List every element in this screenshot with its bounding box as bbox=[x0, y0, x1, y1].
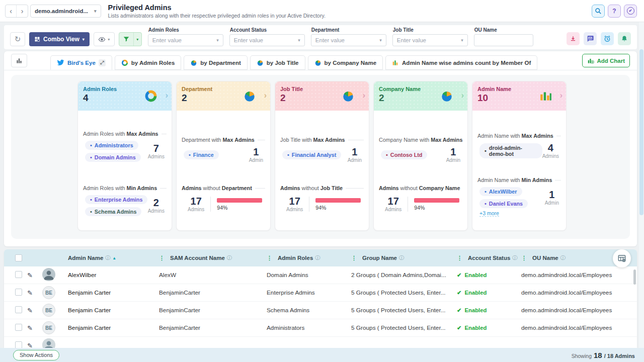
chevron-right-icon[interactable]: › bbox=[363, 91, 365, 100]
feedback-button[interactable] bbox=[584, 32, 597, 45]
history-nav[interactable]: ‹ › bbox=[5, 5, 28, 18]
select-all-checkbox[interactable] bbox=[15, 254, 22, 261]
cell-admin-name: Benjamin Carter bbox=[63, 324, 159, 331]
search-button[interactable] bbox=[592, 5, 605, 18]
table-row[interactable]: ✎ BE Benjamin Carter BenjaminCarter Sche… bbox=[4, 302, 637, 319]
column-header-group-name[interactable]: ⋮ Group Nameⓘ bbox=[351, 254, 457, 261]
edit-icon[interactable]: ✎ bbox=[27, 272, 42, 279]
schedule-button[interactable] bbox=[601, 32, 614, 45]
record-count: Showing 18 / 18 Admins bbox=[572, 351, 635, 359]
entity-pill[interactable]: •Finance bbox=[184, 150, 219, 159]
entity-pill[interactable]: •droid-admin-demo-bot bbox=[479, 143, 542, 158]
edit-icon[interactable]: ✎ bbox=[27, 289, 42, 297]
column-header-admin-name[interactable]: Admin Nameⓘ▲ bbox=[63, 254, 159, 261]
admin-roles-select[interactable]: Enter value ▾ bbox=[148, 34, 223, 46]
chevron-down-icon: ▾ bbox=[108, 37, 110, 42]
percent-label: 94% bbox=[217, 205, 262, 211]
filter-split-button[interactable]: ▾ bbox=[119, 32, 142, 46]
tab-birds-eye[interactable]: Bird's Eye ⤢ bbox=[50, 55, 112, 70]
check-icon: ✔ bbox=[457, 325, 461, 331]
row-checkbox[interactable] bbox=[15, 289, 22, 296]
summary-card-company-name: Company Name 2 › Company Name with Max A… bbox=[373, 81, 468, 231]
tab-member-of-count[interactable]: Admin Name wise admins count by Member O… bbox=[385, 55, 537, 70]
entity-pill[interactable]: •Financial Analyst bbox=[282, 150, 341, 159]
add-chart-button[interactable]: Add Chart bbox=[582, 54, 630, 67]
tab-by-department[interactable]: by Department bbox=[184, 55, 248, 70]
column-drag-dots-icon[interactable]: ⋮ bbox=[159, 255, 165, 261]
entity-pill[interactable]: •Enterprise Admins bbox=[85, 195, 147, 204]
entity-pill[interactable]: •Daniel Evans bbox=[479, 199, 528, 208]
entity-pill[interactable]: •AlexWilber bbox=[479, 187, 522, 196]
column-drag-dots-icon[interactable]: ⋮ bbox=[267, 255, 272, 261]
filter-label: Job Title bbox=[392, 27, 468, 33]
bird-icon bbox=[57, 59, 64, 66]
cell-groups: 2 Groups ( Domain Admins,Domai... bbox=[351, 272, 457, 279]
page-scrollbar[interactable] bbox=[639, 22, 644, 362]
more-link[interactable]: +3 more bbox=[479, 210, 499, 217]
entity-pill[interactable]: •Contoso Ltd bbox=[381, 150, 427, 159]
export-button[interactable] bbox=[567, 32, 580, 45]
forward-icon[interactable]: › bbox=[17, 5, 28, 17]
edit-icon[interactable]: ✎ bbox=[27, 324, 42, 332]
card-section-min: Admin Name with Min Admins •AlexWilber •… bbox=[472, 177, 566, 217]
bar-chart-icon bbox=[16, 57, 23, 64]
refresh-button[interactable]: ↻ bbox=[10, 32, 25, 46]
chart-list-button[interactable] bbox=[11, 54, 27, 67]
avatar: BE bbox=[42, 286, 55, 299]
table-row[interactable]: ✎ BE Benjamin Carter BenjaminCarter Admi… bbox=[4, 319, 637, 337]
account-status-select[interactable]: Enter value ▾ bbox=[229, 34, 305, 46]
alerts-button[interactable] bbox=[618, 32, 631, 45]
chevron-right-icon[interactable]: › bbox=[166, 91, 168, 100]
department-select[interactable]: Enter value ▾ bbox=[311, 34, 386, 46]
tab-label: by Admin Roles bbox=[131, 60, 175, 66]
tab-by-admin-roles[interactable]: by Admin Roles bbox=[115, 55, 181, 70]
row-checkbox[interactable] bbox=[15, 306, 22, 313]
job-title-select[interactable]: Enter value ▾ bbox=[392, 34, 468, 46]
page-scrollbar-thumb[interactable] bbox=[639, 49, 643, 215]
table-row[interactable]: ✎ bbox=[4, 337, 637, 348]
entity-pill[interactable]: •Domain Admins bbox=[85, 153, 141, 162]
domain-selector[interactable]: demo.admindroid... ▾ bbox=[30, 5, 101, 18]
expand-icon[interactable]: ⤢ bbox=[99, 59, 106, 66]
stat-value: 17 bbox=[188, 196, 204, 206]
chevron-right-icon[interactable]: › bbox=[264, 91, 267, 100]
entity-pill[interactable]: •Administrators bbox=[85, 141, 138, 150]
edit-icon[interactable]: ✎ bbox=[27, 307, 42, 314]
sort-asc-icon[interactable]: ▲ bbox=[112, 256, 116, 260]
tab-by-company-name[interactable]: by Company Name bbox=[308, 55, 383, 70]
info-icon: ⓘ bbox=[315, 254, 320, 261]
row-checkbox[interactable] bbox=[15, 271, 22, 278]
tab-by-job-title[interactable]: by Job Title bbox=[250, 55, 305, 70]
edit-icon[interactable]: ✎ bbox=[27, 342, 42, 348]
row-checkbox[interactable] bbox=[15, 324, 22, 331]
ou-name-input[interactable] bbox=[474, 34, 533, 46]
show-actions-button[interactable]: Show Actions bbox=[13, 350, 59, 360]
column-drag-dots-icon[interactable]: ⋮ bbox=[457, 255, 462, 261]
entity-pill[interactable]: •Schema Admins bbox=[85, 207, 141, 216]
scheduled-status-button[interactable]: ✔ bbox=[624, 5, 637, 18]
card-section-max: Job Title with Max Admins •Financial Ana… bbox=[275, 137, 369, 163]
cell-roles: Administrators bbox=[267, 324, 351, 331]
column-header-admin-roles[interactable]: ⋮ Admin Rolesⓘ bbox=[267, 254, 351, 261]
percent-bar bbox=[414, 198, 459, 203]
help-button[interactable]: ? bbox=[608, 5, 621, 18]
table-row[interactable]: ✎ AlexWilber AlexW Domain Admins 2 Group… bbox=[4, 266, 637, 284]
percent-bar bbox=[315, 198, 361, 203]
chevron-right-icon[interactable]: › bbox=[461, 91, 464, 100]
column-settings-button[interactable] bbox=[613, 249, 631, 267]
view-selector-button[interactable]: Combo View ▾ bbox=[29, 32, 90, 46]
column-drag-dots-icon[interactable]: ⋮ bbox=[521, 255, 527, 261]
column-header-sam-account-name[interactable]: ⋮ SAM Account Nameⓘ bbox=[159, 254, 267, 261]
column-visibility-button[interactable]: ▾ bbox=[94, 32, 115, 46]
table-gear-icon bbox=[617, 254, 626, 263]
table-row[interactable]: ✎ BE Benjamin Carter BenjaminCarter Ente… bbox=[4, 284, 637, 302]
row-checkbox[interactable] bbox=[15, 341, 22, 348]
column-drag-dots-icon[interactable]: ⋮ bbox=[351, 255, 357, 261]
chevron-right-icon[interactable]: › bbox=[560, 91, 562, 100]
column-header-account-status[interactable]: ⋮ Account Statusⓘ bbox=[457, 254, 521, 261]
card-section-max: Admin Name with Max Admins •droid-admin-… bbox=[472, 133, 566, 159]
status-badge: ✔Enabled bbox=[457, 325, 521, 331]
table-scrollbar-thumb[interactable] bbox=[633, 269, 636, 285]
back-icon[interactable]: ‹ bbox=[6, 5, 17, 17]
chevron-down-icon[interactable]: ▾ bbox=[133, 33, 141, 46]
